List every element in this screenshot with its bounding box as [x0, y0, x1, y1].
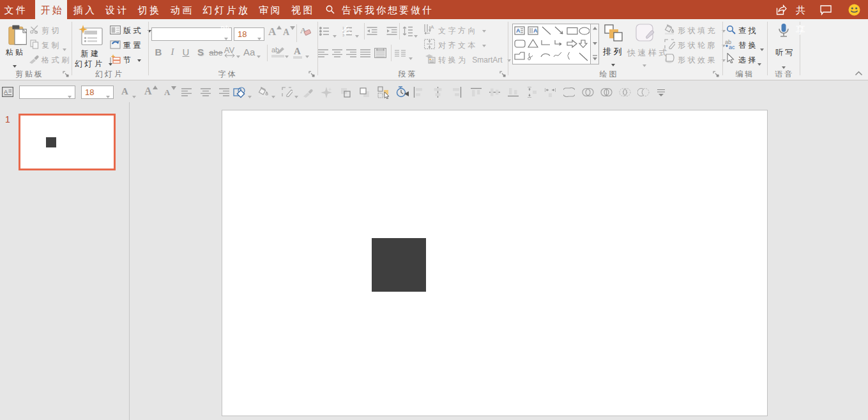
- svg-text:A: A: [4, 89, 8, 95]
- svg-text:A: A: [533, 27, 538, 34]
- svg-text:A: A: [516, 27, 521, 34]
- svg-text:ac: ac: [729, 44, 735, 50]
- svg-text:A: A: [430, 24, 434, 30]
